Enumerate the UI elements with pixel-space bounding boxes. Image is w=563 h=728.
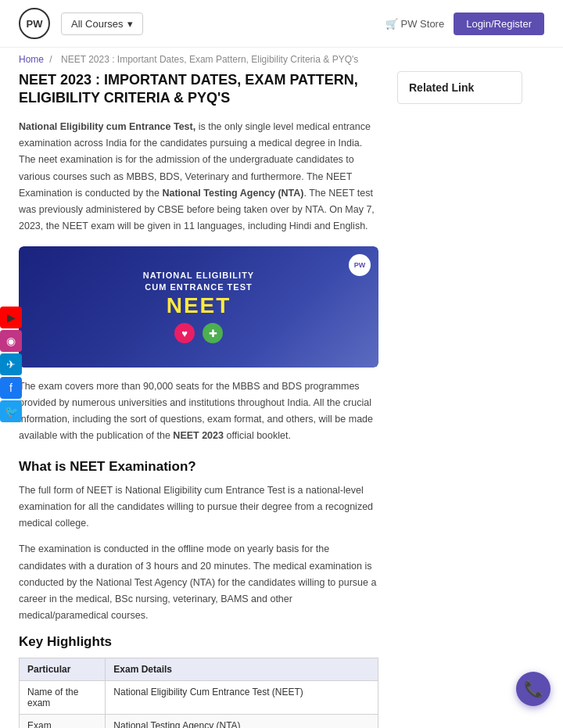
intro-nta-bold: National Testing Agency (NTA)	[162, 188, 303, 199]
twitter-icon[interactable]: 🐦	[0, 400, 22, 422]
main-layout: NEET 2023 : IMPORTANT DATES, EXAM PATTER…	[0, 71, 563, 728]
intro-bold-1: National Eligibility cum Entrance Test,	[19, 121, 195, 132]
neet-icons: ♥ ✚	[174, 323, 223, 343]
instagram-icon[interactable]: ◉	[0, 330, 22, 352]
breadcrumb: Home / NEET 2023 : Important Dates, Exam…	[0, 48, 563, 71]
pw-logo: PW	[19, 8, 50, 39]
table-cell-particular: Name of the exam	[20, 680, 106, 714]
intro-paragraph: National Eligibility cum Entrance Test, …	[19, 119, 378, 235]
table-cell-detail: National Eligibility Cum Entrance Test (…	[106, 680, 378, 714]
neet-pw-logo: PW	[349, 254, 371, 276]
table-row: Exam Conducting BodyNational Testing Age…	[20, 714, 378, 728]
table-cell-particular: Exam Conducting Body	[20, 714, 106, 728]
breadcrumb-current: NEET 2023 : Important Dates, Exam Patter…	[61, 54, 358, 65]
social-sidebar: ▶ ◉ ✈ f 🐦	[0, 307, 22, 422]
table-cell-detail: National Testing Agency (NTA)	[106, 714, 378, 728]
breadcrumb-separator: /	[49, 54, 52, 65]
login-register-button[interactable]: Login/Register	[454, 13, 544, 35]
neet-2023-bold: NEET 2023	[173, 430, 224, 441]
neet-big-title: NEET	[167, 293, 231, 318]
navbar-right: 🛒 PW Store Login/Register	[385, 13, 544, 35]
related-link-title: Related Link	[409, 81, 511, 94]
navbar-left: PW All Courses ▾	[19, 8, 143, 39]
telegram-icon[interactable]: ✈	[0, 353, 22, 375]
key-highlights-table: Particular Exam Details Name of the exam…	[19, 658, 378, 728]
chevron-down-icon: ▾	[127, 18, 133, 30]
navbar: PW All Courses ▾ 🛒 PW Store Login/Regist…	[0, 0, 563, 48]
table-header-particular: Particular	[20, 658, 106, 680]
what-is-text-1: The full form of NEET is National Eligib…	[19, 482, 378, 533]
table-row: Name of the examNational Eligibility Cum…	[20, 680, 378, 714]
neet-banner-image: PW NATIONAL ELIGIBILITYCUM ENTRANCE TEST…	[19, 246, 378, 368]
phone-icon: 📞	[524, 680, 543, 698]
breadcrumb-home[interactable]: Home	[19, 54, 44, 65]
pw-store-link[interactable]: 🛒 PW Store	[385, 18, 445, 30]
table-header-details: Exam Details	[106, 658, 378, 680]
what-is-title: What is NEET Examination?	[19, 459, 378, 475]
youtube-icon[interactable]: ▶	[0, 307, 22, 328]
highlights-title: Key Highlights	[19, 634, 378, 650]
facebook-icon[interactable]: f	[0, 377, 22, 399]
sidebar: Related Link	[397, 71, 522, 728]
cart-icon: 🛒	[385, 18, 398, 30]
after-image-paragraph: The exam covers more than 90,000 seats f…	[19, 378, 378, 445]
neet-icon-heart: ♥	[174, 323, 195, 343]
related-link-box: Related Link	[397, 71, 522, 104]
all-courses-button[interactable]: All Courses ▾	[61, 13, 143, 35]
phone-fab-button[interactable]: 📞	[516, 672, 550, 706]
neet-subtitle: NATIONAL ELIGIBILITYCUM ENTRANCE TEST	[143, 270, 254, 294]
all-courses-label: All Courses	[71, 18, 123, 30]
neet-icon-cross: ✚	[203, 323, 223, 343]
content-area: NEET 2023 : IMPORTANT DATES, EXAM PATTER…	[19, 71, 378, 728]
page-title: NEET 2023 : IMPORTANT DATES, EXAM PATTER…	[19, 71, 378, 108]
what-is-text-2: The examination is conducted in the offl…	[19, 541, 378, 624]
